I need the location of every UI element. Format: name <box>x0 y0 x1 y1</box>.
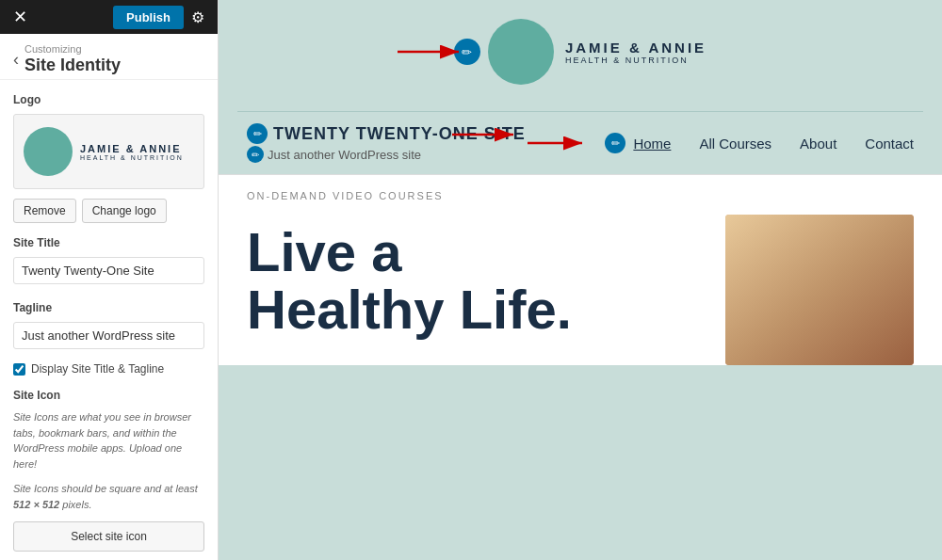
preview-brand-name: JAMIE & ANNIE <box>565 40 706 56</box>
preview-tagline: Just another WordPress site <box>268 148 421 162</box>
hero-text: Live a Healthy Life. <box>247 215 706 339</box>
nav-all-courses[interactable]: All Courses <box>699 136 771 152</box>
preview-nav-area: ✏ TWENTY TWENTY-ONE SITE ✏ Just another … <box>219 120 942 174</box>
change-logo-button[interactable]: Change logo <box>82 199 167 223</box>
tagline-label: Tagline <box>13 301 204 314</box>
sidebar-content: Logo JAMIE & ANNIE HEALTH & NUTRITION Re… <box>0 80 218 560</box>
back-button[interactable]: ‹ Customizing Site Identity <box>13 43 204 75</box>
courses-label: ON-DEMAND VIDEO COURSES <box>247 190 914 201</box>
preview-content-area: ON-DEMAND VIDEO COURSES Live a Healthy L… <box>219 174 942 365</box>
breadcrumb-text: Customizing Site Identity <box>24 43 121 75</box>
site-title-area: ✏ TWENTY TWENTY-ONE SITE ✏ Just another … <box>247 123 528 163</box>
logo-brand-sub: HEALTH & NUTRITION <box>80 154 184 161</box>
section-title: Site Identity <box>24 56 121 75</box>
hero-title-line1: Live a <box>247 224 706 281</box>
nav-contact[interactable]: Contact <box>865 136 914 152</box>
display-checkbox[interactable] <box>13 363 25 376</box>
publish-area: Publish ⚙ <box>113 6 208 29</box>
remove-logo-button[interactable]: Remove <box>13 199 76 223</box>
top-bar: ✕ Publish ⚙ <box>0 0 218 34</box>
hero-image <box>725 215 914 365</box>
site-title-input[interactable] <box>13 257 204 284</box>
edit-nav-icon[interactable]: ✏ <box>605 133 625 153</box>
preview-logo-text: JAMIE & ANNIE HEALTH & NUTRITION <box>565 40 706 65</box>
preview-tagline-row: ✏ Just another WordPress site <box>247 146 528 163</box>
logo-container: JAMIE & ANNIE HEALTH & NUTRITION <box>24 127 184 176</box>
hero-image-overlay <box>725 215 914 365</box>
site-title-label: Site Title <box>13 236 204 249</box>
logo-brand-name: JAMIE & ANNIE <box>80 143 184 154</box>
display-checkbox-label[interactable]: Display Site Title & Tagline <box>31 362 164 376</box>
hero-title: Live a Healthy Life. <box>247 224 706 339</box>
logo-circle <box>24 127 73 176</box>
preview-brand-sub: HEALTH & NUTRITION <box>565 56 706 65</box>
courses-banner: ON-DEMAND VIDEO COURSES <box>219 174 942 215</box>
preview-area: ✏ JAMIE & ANNIE HEALTH & NUTRITION ✏ TWE… <box>219 0 942 560</box>
logo-text-block: JAMIE & ANNIE HEALTH & NUTRITION <box>80 143 184 161</box>
preview-header: ✏ JAMIE & ANNIE HEALTH & NUTRITION <box>219 0 942 104</box>
logo-label: Logo <box>13 93 204 106</box>
display-checkbox-row: Display Site Title & Tagline <box>13 362 204 376</box>
preview-logo-area: ✏ JAMIE & ANNIE HEALTH & NUTRITION <box>454 19 706 85</box>
site-icon-desc1: Site Icons are what you see in browser t… <box>13 409 204 472</box>
logo-actions: Remove Change logo <box>13 199 204 223</box>
preview-logo-block: JAMIE & ANNIE HEALTH & NUTRITION <box>488 19 706 85</box>
nav-home[interactable]: Home <box>633 136 671 152</box>
close-button[interactable]: ✕ <box>9 8 31 25</box>
edit-site-title-icon[interactable]: ✏ <box>247 123 268 144</box>
hero-title-line2: Healthy Life. <box>247 281 706 339</box>
nav-menu: Home All Courses About Contact <box>633 136 914 152</box>
gear-button[interactable]: ⚙ <box>187 8 208 26</box>
edit-tagline-icon[interactable]: ✏ <box>247 146 264 163</box>
site-title-row: ✏ TWENTY TWENTY-ONE SITE <box>247 123 528 144</box>
site-icon-desc2: Site Icons should be square and at least… <box>13 481 204 512</box>
nav-about[interactable]: About <box>800 136 836 152</box>
nav-edit-row: ✏ Home All Courses About Contact <box>528 132 914 154</box>
sidebar: ✕ Publish ⚙ ‹ Customizing Site Identity … <box>0 0 219 560</box>
logo-preview: JAMIE & ANNIE HEALTH & NUTRITION <box>13 114 204 189</box>
red-arrow-logo <box>398 39 473 65</box>
back-arrow-icon: ‹ <box>13 51 19 68</box>
red-arrow-nav <box>528 132 593 154</box>
preview-divider <box>237 111 923 112</box>
tagline-input[interactable] <box>13 322 204 349</box>
publish-button[interactable]: Publish <box>113 6 184 29</box>
hero-section: Live a Healthy Life. <box>219 215 942 365</box>
customizing-label: Customizing <box>24 43 121 55</box>
preview-logo-circle <box>488 19 554 85</box>
breadcrumb: ‹ Customizing Site Identity <box>0 34 218 80</box>
site-icon-label: Site Icon <box>13 389 204 402</box>
select-site-icon-button[interactable]: Select site icon <box>13 521 204 552</box>
red-arrow-title <box>452 123 528 146</box>
